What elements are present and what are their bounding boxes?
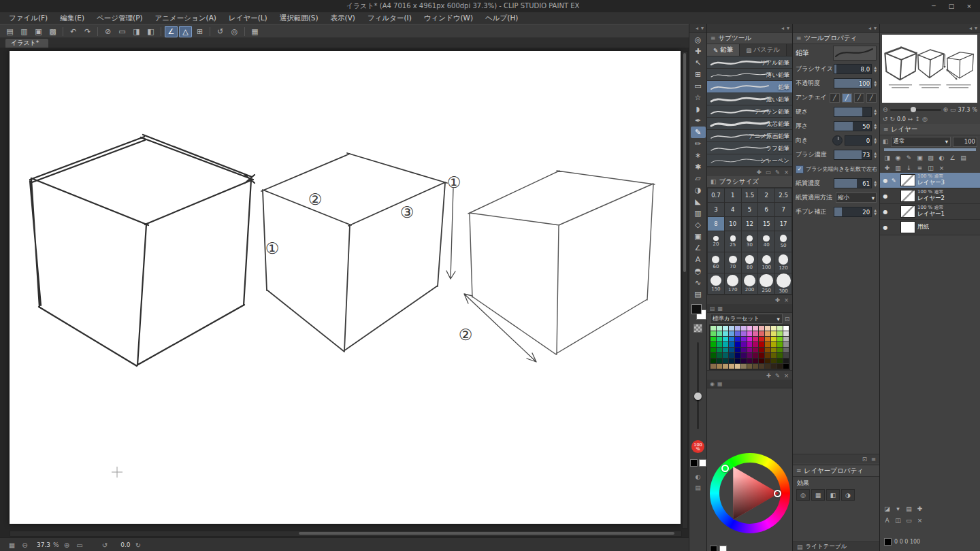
color-swatch-2-10[interactable] [771, 337, 777, 341]
color-swatch-0-5[interactable] [741, 326, 747, 331]
palette-icon[interactable]: ◐ [695, 473, 701, 480]
color-swatch-7-7[interactable] [753, 364, 758, 369]
palette-icon[interactable]: ✚ [775, 297, 780, 303]
menu-view[interactable]: 表示(V) [325, 12, 361, 24]
layer-visible-icon[interactable]: ● [881, 209, 889, 215]
nav-zoom-out-icon[interactable]: ⊖ [883, 106, 888, 113]
lighttable-tab[interactable]: ▤ ライトテーブル [793, 541, 879, 551]
slider-thickness[interactable]: 50 [834, 121, 872, 131]
rotate-right-icon[interactable]: ↻ [133, 541, 144, 549]
brush-size-10[interactable]: 10 [725, 217, 741, 231]
color-swatch-6-1[interactable] [717, 358, 722, 363]
color-swatch-6-4[interactable] [735, 358, 740, 363]
palette-icon[interactable]: ✎ [775, 169, 780, 176]
subtool-tab-pencil[interactable]: ✎鉛筆 [707, 44, 740, 56]
color-swatch-3-8[interactable] [759, 342, 764, 347]
brush-size-80[interactable]: 80 [742, 252, 758, 273]
panel-menu-icon[interactable]: ≡ [796, 35, 802, 41]
palette-icon[interactable]: ▤ [695, 484, 701, 491]
layer-lock-icon[interactable]: ▣ [915, 154, 925, 161]
color-swatch-2-1[interactable] [717, 337, 722, 341]
brush-size-2.5[interactable]: 2.5 [775, 188, 791, 202]
layer-row-2[interactable]: ●100 % 通常レイヤー2 [880, 188, 980, 204]
layer-thumbnail[interactable] [900, 190, 915, 202]
brush-size-1[interactable]: 1 [725, 188, 741, 202]
color-swatch-2-0[interactable] [710, 337, 716, 341]
color-swatch-5-4[interactable] [735, 353, 740, 358]
color-swatch-3-11[interactable] [777, 342, 783, 347]
color-swatch-0-1[interactable] [717, 326, 722, 331]
brush-size-slider[interactable] [697, 342, 699, 429]
color-swatch-2-8[interactable] [759, 337, 764, 341]
panel-menu-icon[interactable]: ≡ [710, 35, 716, 41]
color-swatch-4-2[interactable] [723, 348, 728, 352]
layer-row-1[interactable]: ●✎100 % 通常レイヤー3 [880, 173, 980, 188]
palette-icon[interactable]: ▾ [874, 25, 877, 31]
subtool-item-8[interactable]: シャーペン [707, 154, 792, 167]
segment-anti-aliasing-2[interactable]: ╱ [854, 93, 864, 103]
canvas-horizontal-scrollbar[interactable] [10, 531, 682, 537]
layer-thumbnail[interactable] [900, 205, 915, 218]
slider-hardness[interactable] [834, 107, 872, 117]
new-folder-icon[interactable]: ▥ [893, 165, 903, 171]
color-swatch-0-6[interactable] [747, 326, 753, 331]
spinner[interactable]: ▲▼ [874, 109, 877, 115]
color-swatch-5-11[interactable] [777, 353, 783, 358]
invert-selection-icon[interactable]: ◨ [130, 26, 143, 37]
color-swatch-4-3[interactable] [729, 348, 734, 352]
palette-icon[interactable]: ◂ [781, 25, 784, 31]
palette-icon[interactable]: ▦ [717, 381, 723, 387]
color-swatch-7-6[interactable] [747, 364, 753, 369]
nav-reset-icon[interactable]: ◎ [922, 116, 928, 122]
nav-rotate-right-icon[interactable]: ↻ [890, 116, 896, 122]
segment-anti-aliasing-3[interactable]: ╱ [866, 93, 877, 103]
layer-opacity-field[interactable]: 100 [953, 137, 977, 147]
color-swatch-7-3[interactable] [729, 364, 734, 369]
color-swatch-1-5[interactable] [741, 331, 747, 336]
brush-size-40[interactable]: 40 [758, 231, 774, 252]
palette-icon[interactable]: ◫ [893, 517, 903, 524]
palette-icon[interactable]: ▾ [975, 25, 977, 31]
slider-knob[interactable] [694, 393, 702, 400]
color-swatch-1-7[interactable] [753, 331, 758, 336]
layer-clip-icon[interactable]: ◨ [882, 154, 892, 161]
brush-size-12[interactable]: 12 [742, 217, 758, 231]
palette-icon[interactable]: ▤ [904, 505, 914, 512]
black-swatch[interactable] [690, 459, 698, 467]
brush-size-15[interactable]: 15 [758, 217, 774, 231]
document-tab[interactable]: イラスト* [5, 39, 48, 48]
color-swatch-4-11[interactable] [777, 348, 783, 352]
color-swatch-2-6[interactable] [747, 337, 753, 341]
flatten-icon[interactable]: ≡ [915, 165, 925, 171]
layer-reference-icon[interactable]: ◉ [893, 154, 903, 161]
layer-ruler-icon[interactable]: ∠ [947, 154, 958, 161]
color-swatch-6-8[interactable] [759, 358, 764, 363]
color-swatch-1-12[interactable] [783, 331, 789, 336]
color-set-dropdown[interactable]: 標準カラーセット ▾ [710, 314, 783, 324]
layer-thumbnail[interactable] [900, 221, 915, 233]
color-swatch-7-2[interactable] [723, 364, 728, 369]
dial-direction[interactable] [832, 135, 843, 146]
operation-tool[interactable]: ↖ [691, 57, 706, 69]
maximize-button[interactable]: □ [943, 1, 960, 11]
border-effect-icon[interactable]: ◎ [796, 489, 810, 501]
palette-icon[interactable]: ◪ [882, 505, 892, 512]
brush-size-50[interactable]: 50 [775, 231, 791, 252]
brush-size-70[interactable]: 70 [725, 252, 741, 273]
color-swatch-1-11[interactable] [777, 331, 783, 336]
brush-size-4[interactable]: 4 [725, 203, 741, 216]
airbrush-tool[interactable]: ∗ [691, 150, 706, 161]
wheel-white-chip[interactable] [719, 546, 727, 551]
panel-menu-icon[interactable]: ≡ [883, 126, 889, 133]
color-swatch-1-6[interactable] [747, 331, 753, 336]
color-swatch-4-0[interactable] [710, 348, 716, 352]
slider-direction[interactable]: 0 [845, 135, 872, 146]
gradient-tool[interactable]: ▥ [691, 207, 706, 219]
canvas-page[interactable]: ①②③①② [10, 51, 681, 524]
brush-size-100[interactable]: 100 [758, 252, 774, 273]
menu-window[interactable]: ウィンドウ(W) [418, 12, 479, 24]
transfer-icon[interactable]: ◫ [926, 165, 936, 171]
snap-grid-icon[interactable]: ⊞ [193, 26, 206, 37]
color-swatch-3-1[interactable] [717, 342, 722, 347]
delete-icon[interactable]: ⊘ [101, 26, 114, 37]
